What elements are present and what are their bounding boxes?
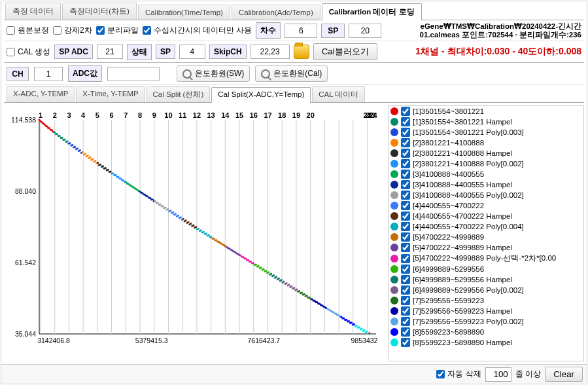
svg-point-86 <box>74 146 76 148</box>
btn-load-cal[interactable]: Cal불러오기 <box>313 43 377 60</box>
legend-label: [3]4100888~4400555 Poly[0.002] <box>413 191 524 199</box>
chk-force-2nd[interactable]: 강제2차 <box>53 25 92 36</box>
legend-checkbox[interactable] <box>401 128 410 137</box>
legend-checkbox[interactable] <box>401 327 410 337</box>
legend-checkbox[interactable] <box>401 338 410 347</box>
legend-item[interactable]: [7]5299556~5599223 Hampel <box>389 306 583 316</box>
legend-label: [8]5599223~5898890 <box>413 328 484 336</box>
btn-temp-restore-sw[interactable]: 온도환원(SW) <box>177 65 250 82</box>
chk-original-correction-box[interactable] <box>7 26 15 35</box>
legend-checkbox[interactable] <box>401 138 410 147</box>
tab-cal-time-temp[interactable]: Calibration(Time/Temp) <box>138 5 230 20</box>
legend-item[interactable]: [6]4999889~5299556 Poly[0.002] <box>389 285 583 295</box>
subtab-xtime-ytemp[interactable]: X-Time, Y-TEMP <box>76 86 145 102</box>
legend-item[interactable]: [5]4700222~4999889 Hampel <box>389 242 583 253</box>
legend-item[interactable]: [8]5599223~5898890 <box>389 327 583 337</box>
legend-label: [6]4999889~5299556 Hampel <box>413 276 512 284</box>
svg-point-177 <box>190 223 192 225</box>
chk-cal-create-box[interactable] <box>7 48 15 56</box>
chart-plot-area[interactable]: 35.04461.54288.040114.5383142406.8537941… <box>1 103 388 364</box>
subtab-cal-data[interactable]: CAL 데이터 <box>312 86 365 102</box>
svg-point-112 <box>107 169 109 171</box>
input-adc[interactable] <box>107 67 160 81</box>
val-skipch[interactable]: 22,23 <box>251 45 290 59</box>
legend-item[interactable]: [2]3801221~4100888 Poly[0.002] <box>389 158 583 169</box>
legend-checkbox[interactable] <box>401 211 410 221</box>
legend-checkbox[interactable] <box>401 117 410 126</box>
svg-point-236 <box>265 270 267 272</box>
svg-point-234 <box>262 268 264 270</box>
subtab-cal-split-xadc-ytemp[interactable]: Cal Split(X-ADC,Y=Temp) <box>211 87 311 103</box>
legend-checkbox[interactable] <box>401 222 410 231</box>
chk-split-file-box[interactable] <box>96 26 105 35</box>
svg-text:1: 1 <box>39 111 43 119</box>
val-sp2[interactable]: 4 <box>179 45 205 59</box>
legend-color-dot <box>390 128 398 136</box>
legend-item[interactable]: [1]3501554~3801221 Poly[0.003] <box>389 127 583 138</box>
legend-item[interactable]: [2]3801221~4100888 <box>389 138 583 148</box>
legend-item[interactable]: [4]4400555~4700222 Poly[0.004] <box>389 221 583 232</box>
legend-item[interactable]: [8]5599223~5898890 Hampel <box>389 337 583 348</box>
input-lines[interactable] <box>485 367 511 382</box>
legend-item[interactable]: [3]4100888~4400555 <box>389 169 583 179</box>
btn-temp-restore-cal[interactable]: 온도환원(Cal) <box>255 65 328 82</box>
legend-checkbox[interactable] <box>401 265 410 274</box>
legend-item[interactable]: [7]5299556~5599223 Poly[0.002] <box>389 316 583 327</box>
legend-item[interactable]: [3]4100888~4400555 Poly[0.002] <box>389 190 583 200</box>
chk-split-file[interactable]: 분리파일 <box>96 25 139 36</box>
legend-panel[interactable]: [1]3501554~3801221[1]3501554~3801221 Ham… <box>388 105 584 361</box>
legend-checkbox[interactable] <box>401 243 410 252</box>
legend-item[interactable]: [5]4700222~4999889 <box>389 232 583 242</box>
chk-force-2nd-label: 강제2차 <box>64 25 92 36</box>
chk-cal-create[interactable]: CAL 생성 <box>7 46 50 58</box>
legend-checkbox[interactable] <box>401 159 410 168</box>
legend-item[interactable]: [6]4999889~5299556 <box>389 264 583 274</box>
chk-force-2nd-box[interactable] <box>53 26 61 35</box>
folder-icon[interactable] <box>294 45 309 59</box>
svg-text:10: 10 <box>164 111 172 119</box>
tab-cal-data-loading[interactable]: Calibrartion 데이터 로딩 <box>322 3 422 20</box>
tab-measure-data[interactable]: 측정 데이터 <box>5 3 61 20</box>
legend-item[interactable]: [1]3501554~3801221 Hampel <box>389 117 583 127</box>
legend-item[interactable]: [4]4400555~4700222 Hampel <box>389 211 583 221</box>
legend-item[interactable]: [6]4999889~5299556 Hampel <box>389 274 583 285</box>
legend-checkbox[interactable] <box>401 107 410 116</box>
legend-item[interactable]: [7]5299556~5599223 <box>389 295 583 306</box>
legend-checkbox[interactable] <box>401 149 410 158</box>
legend-item[interactable]: [1]3501554~3801221 <box>389 106 583 117</box>
val-order[interactable]: 6 <box>285 24 317 38</box>
legend-item[interactable]: [3]4100888~4400555 Hampel <box>389 179 583 190</box>
val-sp[interactable]: 20 <box>349 24 381 38</box>
legend-color-dot <box>390 149 398 157</box>
svg-point-181 <box>195 226 197 228</box>
legend-checkbox[interactable] <box>401 170 410 179</box>
subtab-cal-split-all[interactable]: Cal Split (전체) <box>147 86 211 102</box>
legend-item[interactable]: [4]4400555~4700222 <box>389 200 583 211</box>
legend-checkbox[interactable] <box>401 180 410 189</box>
legend-checkbox[interactable] <box>401 232 410 242</box>
btn-clear[interactable]: Clear <box>545 367 583 382</box>
lbl-order: 차수 <box>256 22 281 39</box>
val-ch[interactable]: 1 <box>34 67 63 81</box>
legend-checkbox[interactable] <box>401 275 410 284</box>
chk-auto-delete[interactable]: 자동 삭제 <box>436 369 481 380</box>
lbl-skipch: SkipCH <box>209 45 247 59</box>
legend-checkbox[interactable] <box>401 296 410 305</box>
svg-text:19: 19 <box>292 111 300 119</box>
legend-checkbox[interactable] <box>401 306 410 316</box>
legend-checkbox[interactable] <box>401 285 410 295</box>
legend-checkbox[interactable] <box>401 201 410 210</box>
legend-checkbox[interactable] <box>401 254 410 263</box>
chk-auto-delete-box[interactable] <box>436 370 445 378</box>
chk-original-correction[interactable]: 원본보정 <box>7 25 49 36</box>
chk-longtime-data-box[interactable] <box>143 26 151 35</box>
legend-item[interactable]: [2]3801221~4100888 Hampel <box>389 148 583 158</box>
tab-measure-chart[interactable]: 측정데이터(차트) <box>62 3 137 20</box>
legend-checkbox[interactable] <box>401 191 410 200</box>
legend-item[interactable]: [5]4700222~4999889 Poly-선택-*2차*[0.00 <box>389 253 583 264</box>
legend-checkbox[interactable] <box>401 317 410 326</box>
chk-longtime-data[interactable]: 수십시간시의 데이터만 사용 <box>143 25 252 36</box>
tab-cal-adc-temp[interactable]: Calibration(Adc/Temp) <box>232 5 320 20</box>
val-sp-adc[interactable]: 21 <box>97 45 123 59</box>
subtab-xadc-ytemp[interactable]: X-ADC, Y-TEMP <box>7 86 75 102</box>
